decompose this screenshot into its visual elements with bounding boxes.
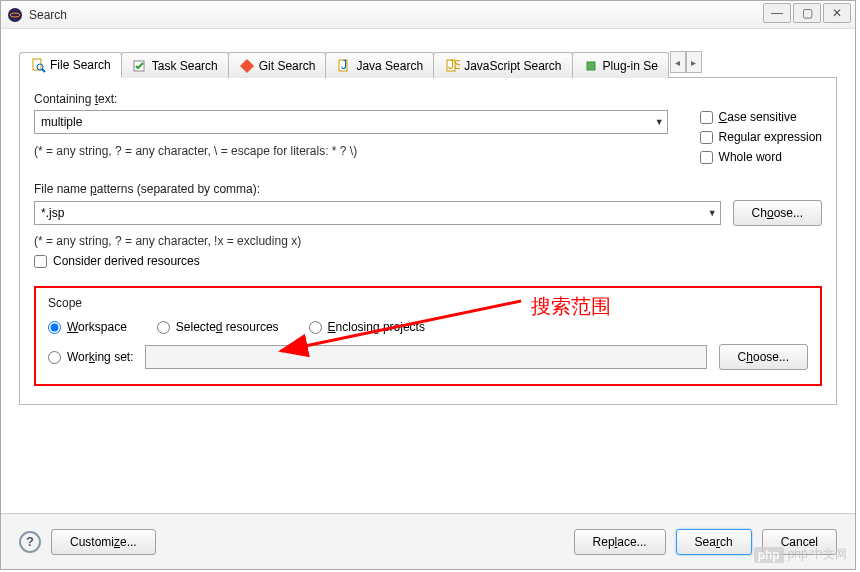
choose-workingset-button[interactable]: Choose... [719,344,808,370]
search-dialog: Search — ▢ ✕ File Search Task Search Git… [0,0,856,570]
eclipse-icon [7,7,23,23]
tab-scroll-left[interactable]: ◂ [670,51,686,73]
containing-text-combo[interactable]: ▼ [34,110,668,134]
containing-text-hint: (* = any string, ? = any character, \ = … [34,144,668,158]
tab-bar: File Search Task Search Git Search J Jav… [19,51,837,78]
titlebar: Search — ▢ ✕ [1,1,855,29]
working-set-input[interactable] [145,345,706,369]
tab-label: Task Search [152,59,218,73]
window-title: Search [29,8,67,22]
scope-workingset-radio[interactable]: Working set: [48,350,133,364]
scope-group: Scope Workspace Selected resources Enclo… [34,286,822,386]
file-search-icon [30,57,46,73]
tab-scroll-right[interactable]: ▸ [686,51,702,73]
regex-checkbox[interactable]: Regular expression [700,130,822,144]
js-search-icon: JS [444,58,460,74]
dialog-content: File Search Task Search Git Search J Jav… [1,29,855,415]
minimize-button[interactable]: — [763,3,791,23]
whole-word-checkbox[interactable]: Whole word [700,150,822,164]
maximize-button[interactable]: ▢ [793,3,821,23]
svg-text:JS: JS [448,58,460,72]
svg-line-4 [42,69,45,72]
file-patterns-combo[interactable]: ▼ [34,201,721,225]
file-search-panel: Containing text: ▼ (* = any string, ? = … [19,78,837,405]
tab-label: File Search [50,58,111,72]
containing-text-label: Containing text: [34,92,668,106]
tab-file-search[interactable]: File Search [19,52,122,78]
file-patterns-input[interactable] [34,201,721,225]
tab-label: JavaScript Search [464,59,561,73]
git-search-icon [239,58,255,74]
java-search-icon: J [336,58,352,74]
tab-label: Git Search [259,59,316,73]
plugin-search-icon [583,58,599,74]
svg-rect-10 [587,62,595,70]
close-button[interactable]: ✕ [823,3,851,23]
button-bar: ? Customize... Replace... Search Cancel [1,513,855,569]
tab-git-search[interactable]: Git Search [228,52,327,78]
tab-label: Plug-in Se [603,59,658,73]
tab-task-search[interactable]: Task Search [121,52,229,78]
file-patterns-hint: (* = any string, ? = any character, !x =… [34,234,822,248]
file-patterns-label: File name patterns (separated by comma): [34,182,822,196]
scope-selected-radio[interactable]: Selected resources [157,320,279,334]
svg-text:J: J [341,58,347,72]
tab-scroll: ◂ ▸ [670,51,702,77]
search-options: Case sensitive Regular expression Whole … [700,110,822,170]
customize-button[interactable]: Customize... [51,529,156,555]
search-button[interactable]: Search [676,529,752,555]
containing-text-input[interactable] [34,110,668,134]
tab-label: Java Search [356,59,423,73]
task-search-icon [132,58,148,74]
scope-enclosing-radio[interactable]: Enclosing projects [309,320,425,334]
derived-resources-checkbox[interactable]: Consider derived resources [34,254,822,268]
window-controls: — ▢ ✕ [763,3,851,23]
tab-java-search[interactable]: J Java Search [325,52,434,78]
tab-js-search[interactable]: JS JavaScript Search [433,52,572,78]
scope-workspace-radio[interactable]: Workspace [48,320,127,334]
case-sensitive-checkbox[interactable]: Case sensitive [700,110,822,124]
replace-button[interactable]: Replace... [574,529,666,555]
tab-plugin-search[interactable]: Plug-in Se [572,52,669,78]
scope-title: Scope [48,296,808,310]
watermark: php php 中文网 [754,546,847,563]
help-button[interactable]: ? [19,531,41,553]
choose-patterns-button[interactable]: Choose... [733,200,822,226]
